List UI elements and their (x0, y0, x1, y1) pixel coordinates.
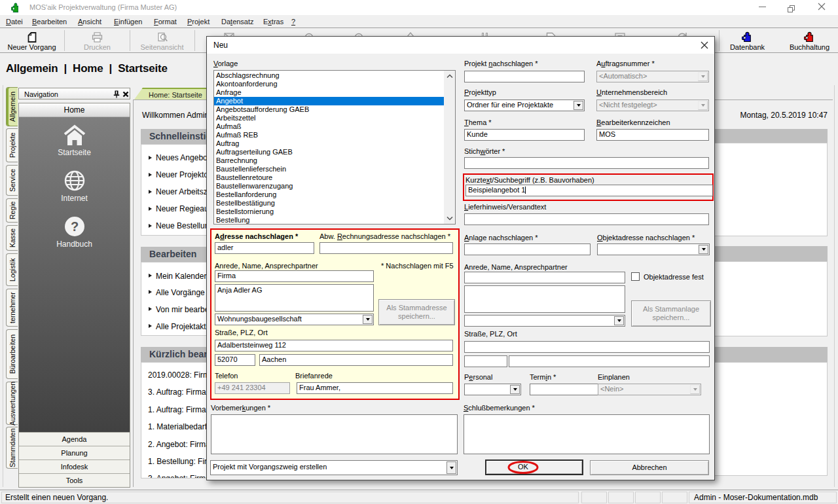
svg-text:?: ? (71, 219, 79, 234)
